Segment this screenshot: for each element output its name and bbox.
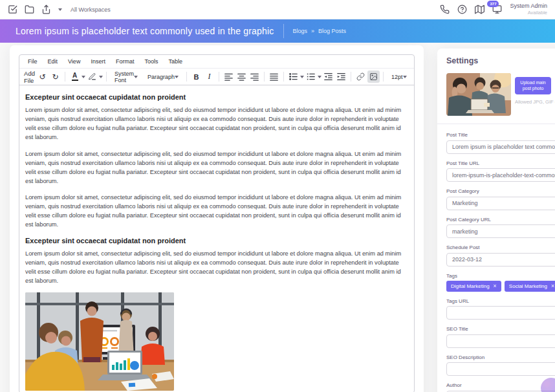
outdent-button[interactable]	[322, 71, 334, 83]
toolbar-divider	[186, 72, 187, 82]
tag-label: Social Marketing	[509, 283, 547, 289]
field-label: SEO Title	[446, 326, 555, 332]
highlight-color-button[interactable]	[86, 71, 98, 83]
menu-tools[interactable]: Tools	[140, 57, 162, 66]
field-author: Author	[446, 382, 555, 392]
navbar-right: 377 System Admin Available	[440, 3, 547, 16]
toolbar-divider	[219, 72, 219, 82]
add-file-button[interactable]: Add File	[23, 71, 36, 83]
top-navbar: All Workspaces 377 System Admin Availabl…	[0, 0, 555, 19]
field-post-title: Post Title	[446, 132, 555, 154]
post-category-input[interactable]	[446, 197, 555, 210]
field-schedule-post: Schedule Post	[446, 245, 555, 267]
field-label: Tags URL	[446, 298, 555, 304]
chevron-down-icon	[134, 76, 138, 78]
seo-title-input[interactable]	[446, 334, 555, 348]
upload-photo-button[interactable]: Upload main post photo	[515, 77, 551, 94]
align-right-button[interactable]	[248, 71, 261, 83]
featured-image-block: Upload main post photo Reset Allowed JPG…	[446, 73, 555, 116]
redo-button[interactable]: ↻	[49, 71, 61, 83]
block-format-select[interactable]: Paragraph	[143, 71, 183, 83]
seo-description-input[interactable]	[446, 362, 555, 376]
field-seo-description: SEO Description	[446, 354, 555, 376]
justify-button[interactable]	[268, 71, 280, 83]
field-post-category-url: Post Category URL	[446, 217, 555, 239]
upload-note: Allowed JPG, GIF or PNG	[515, 99, 555, 105]
post-title-url-input[interactable]	[446, 168, 555, 182]
workspaces-label[interactable]: All Workspaces	[71, 6, 111, 13]
content-paragraph: Lorem ipsum dolor sit amet, consectetur …	[25, 193, 408, 230]
chevron-down-icon[interactable]	[58, 8, 62, 11]
indent-button[interactable]	[335, 71, 347, 83]
field-label: SEO Description	[446, 354, 555, 360]
font-family-select[interactable]: System Font	[110, 71, 142, 83]
field-tags-url: Tags URL	[446, 298, 555, 320]
post-title-input[interactable]	[446, 140, 555, 154]
tags-url-input[interactable]	[446, 306, 555, 320]
undo-button[interactable]: ↺	[36, 71, 49, 83]
align-left-button[interactable]	[223, 71, 235, 83]
breadcrumb-blog-posts[interactable]: Blog Posts	[318, 28, 346, 34]
page-header: Lorem ipsum is placeholder text commonly…	[0, 19, 555, 43]
menu-table[interactable]: Table	[164, 57, 187, 66]
menu-format[interactable]: Format	[111, 57, 139, 66]
schedule-post-input[interactable]	[446, 253, 555, 267]
remove-tag-icon[interactable]: ×	[551, 283, 554, 289]
toolbar-divider	[106, 72, 107, 82]
font-color-chevron-icon[interactable]	[82, 76, 85, 78]
field-label: Post Title URL	[446, 160, 555, 166]
help-circle-icon[interactable]	[457, 5, 467, 14]
post-category-url-input[interactable]	[446, 224, 555, 238]
field-label: Tags	[446, 273, 555, 279]
settings-divider	[437, 124, 555, 124]
font-color-button[interactable]: A	[69, 71, 81, 83]
link-button[interactable]	[354, 71, 367, 83]
rich-text-editor: File Edit View Insert Format Tools Table…	[19, 54, 415, 392]
field-label: Post Category	[446, 188, 555, 194]
featured-image-thumbnail	[446, 73, 511, 116]
numbered-list-button[interactable]	[305, 71, 317, 83]
field-tags: Tags Digital Marketing × Social Marketin…	[446, 273, 555, 292]
italic-button[interactable]: I	[203, 71, 215, 83]
content-paragraph: Lorem ipsum dolor sit amet, consectetur …	[25, 105, 408, 142]
field-label: Post Category URL	[446, 217, 555, 223]
remove-tag-icon[interactable]: ×	[494, 283, 497, 289]
menu-view[interactable]: View	[63, 57, 85, 66]
user-menu[interactable]: System Admin Available	[510, 3, 547, 16]
tag-label: Digital Marketing	[451, 283, 490, 289]
font-size-select[interactable]: 12pt	[387, 71, 411, 83]
map-icon[interactable]	[475, 5, 484, 14]
editor-content-area[interactable]: Excepteur sint occaecat cupidatat non pr…	[19, 85, 414, 392]
phone-icon[interactable]	[440, 5, 450, 14]
align-center-button[interactable]	[235, 71, 248, 83]
tag-chip[interactable]: Social Marketing ×	[505, 281, 555, 292]
image-button[interactable]	[367, 71, 380, 83]
menu-file[interactable]: File	[23, 57, 42, 66]
field-label: Post Title	[446, 132, 555, 138]
monitor-avatar-icon[interactable]: 377	[492, 5, 502, 14]
tag-chip[interactable]: Digital Marketing ×	[446, 281, 501, 292]
settings-panel: Settings	[437, 49, 555, 392]
bold-button[interactable]: B	[190, 71, 202, 83]
blog-editor-card: File Edit View Insert Format Tools Table…	[10, 45, 424, 392]
highlight-color-chevron-icon[interactable]	[99, 76, 103, 78]
bullet-list-button[interactable]	[287, 71, 299, 83]
numbered-list-chevron-icon[interactable]	[318, 76, 321, 78]
menu-edit[interactable]: Edit	[43, 57, 63, 66]
menu-insert[interactable]: Insert	[86, 57, 110, 66]
folder-icon[interactable]	[25, 5, 34, 14]
share-upload-icon[interactable]	[41, 5, 51, 14]
field-seo-title: SEO Title	[446, 326, 555, 348]
tags-list: Digital Marketing × Social Marketing ×	[446, 281, 555, 292]
check-square-icon[interactable]	[8, 5, 17, 14]
user-status: Available	[510, 10, 547, 16]
notification-badge: 377	[487, 1, 499, 7]
toolbar-divider	[351, 72, 351, 82]
breadcrumb-blogs[interactable]: Blogs	[293, 28, 308, 34]
settings-title: Settings	[446, 56, 555, 65]
post-image	[25, 292, 174, 391]
header-divider	[283, 24, 284, 38]
editor-menubar: File Edit View Insert Format Tools Table	[19, 55, 414, 68]
bullet-list-chevron-icon[interactable]	[300, 76, 304, 78]
app-window: All Workspaces 377 System Admin Availabl…	[0, 0, 555, 392]
